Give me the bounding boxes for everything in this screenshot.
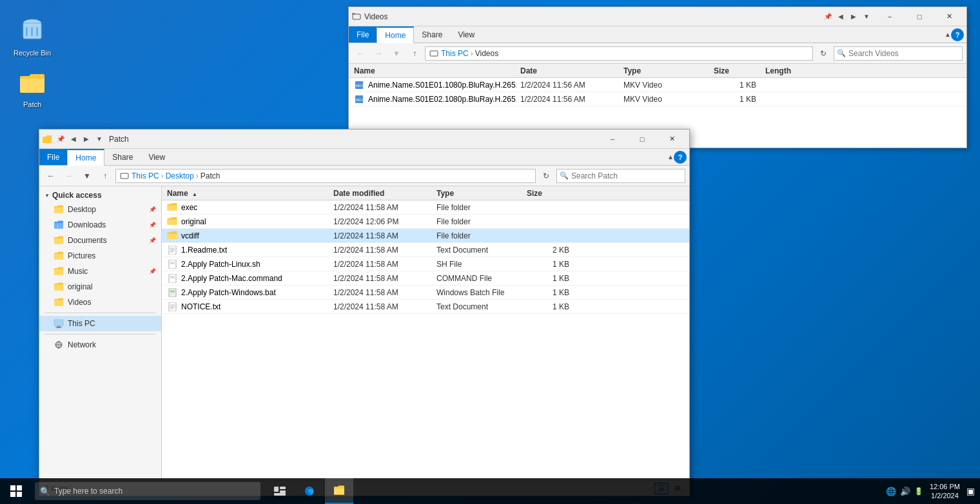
videos-back-tb[interactable]: ◀ [835,11,847,23]
sidebar-thispc-label: This PC [68,319,95,328]
taskbar-volume-icon[interactable]: 🔊 [900,487,910,496]
table-row[interactable]: 1.Readme.txt 1/2/2024 11:58 AM Text Docu… [162,243,689,257]
patch-col-name[interactable]: Name ▲ [162,189,329,198]
patch-breadcrumb[interactable]: This PC › Desktop › Patch [115,169,536,183]
taskbar-notification-icon[interactable]: ▣ [966,486,975,496]
start-button[interactable] [0,478,32,504]
patch-back-tb-small[interactable]: ◀ [68,133,79,145]
sidebar-item-thispc[interactable]: This PC [39,316,161,331]
file-type-cell: SH File [433,260,523,269]
svg-rect-56 [280,490,286,493]
patch-down-tb-small[interactable]: ▼ [93,133,105,145]
table-row[interactable]: NOTICE.txt 1/2/2024 11:58 AM Text Docume… [162,300,689,314]
videos-tab-file[interactable]: File [349,26,377,43]
sidebar-item-network[interactable]: Network [39,337,161,353]
desktop-icon-patch[interactable]: Patch [6,64,58,111]
patch-tab-home[interactable]: Home [67,149,104,166]
patch-tab-view[interactable]: View [141,149,173,165]
videos-minimize-button[interactable]: − [875,7,905,26]
videos-up-button[interactable]: ↑ [407,46,422,61]
sidebar-item-documents[interactable]: Documents 📌 [39,233,161,248]
patch-col-date[interactable]: Date modified [329,189,433,198]
taskbar-task-view-button[interactable] [266,478,294,504]
task-view-icon [274,487,286,496]
thispc-icon [54,318,64,329]
videos-forward-tb[interactable]: ▶ [848,11,859,23]
table-row[interactable]: 2.Apply Patch-Linux.sh 1/2/2024 11:58 AM… [162,257,689,271]
videos-recent-button[interactable]: ▼ [389,46,404,61]
table-row[interactable]: 2.Apply Patch-Mac.command 1/2/2024 11:58… [162,271,689,286]
sidebar-item-videos[interactable]: Videos [39,295,161,310]
sidebar-item-music[interactable]: Music 📌 [39,264,161,279]
videos-col-name[interactable]: Name [349,66,516,75]
taskbar-edge-button[interactable] [295,478,324,504]
taskbar-network-icon[interactable]: 🌐 [886,487,896,496]
videos-col-date[interactable]: Date [516,66,620,75]
patch-up-button[interactable]: ↑ [97,168,113,184]
patch-search-bar[interactable]: 🔍 [556,169,685,183]
videos-ribbon-tabs: File Home Share View ▲ ? [349,26,966,43]
patch-search-input[interactable] [571,171,682,180]
videos-maximize-button[interactable]: □ [905,7,934,26]
patch-pin-btn[interactable]: 📌 [55,133,66,145]
videos-forward-button[interactable]: → [371,46,386,61]
file-date-cell: 1/2/2024 11:58 AM [329,274,433,283]
patch-forward-button[interactable]: → [61,168,77,184]
videos-back-button[interactable]: ← [353,46,368,61]
videos-tab-view[interactable]: View [450,26,482,43]
sidebar-divider-2 [44,334,156,334]
patch-help-button[interactable]: ? [674,151,687,164]
videos-col-size[interactable]: Size [710,66,761,75]
patch-forward-tb-small[interactable]: ▶ [81,133,92,145]
videos-pin-btn[interactable]: 📌 [822,11,834,23]
patch-tab-file[interactable]: File [39,149,67,165]
sidebar-item-desktop[interactable]: Desktop 📌 [39,202,161,217]
videos-down-tb[interactable]: ▼ [861,11,872,23]
patch-maximize-button[interactable]: □ [627,130,657,149]
table-row[interactable]: 2.Apply Patch-Windows.bat 1/2/2024 11:58… [162,286,689,300]
sidebar-item-original[interactable]: original [39,279,161,295]
music-folder-icon [54,266,64,276]
videos-search-bar[interactable]: 🔍 [834,46,963,61]
file-type-cell: Text Document [433,302,523,311]
patch-back-button[interactable]: ← [43,168,59,184]
videos-ribbon-toggle[interactable]: ▲ [945,31,951,38]
videos-tab-share[interactable]: Share [414,26,450,43]
desktop-pin-icon: 📌 [149,206,156,213]
taskbar-search-box[interactable]: 🔍 Type here to search [35,482,260,500]
sidebar-item-pictures[interactable]: Pictures [39,248,161,264]
videos-search-input[interactable] [848,49,959,58]
table-row[interactable]: original 1/2/2024 12:06 PM File folder [162,215,689,229]
patch-close-button[interactable]: ✕ [657,130,687,149]
sidebar-item-downloads[interactable]: ↓ Downloads 📌 [39,217,161,233]
file-type-cell: File folder [433,217,523,226]
patch-search-icon: 🔍 [560,171,569,180]
patch-col-size[interactable]: Size [523,189,574,198]
patch-breadcrumb-desktop[interactable]: Desktop [166,171,194,180]
patch-breadcrumb-thispc[interactable]: This PC [132,171,159,180]
videos-close-button[interactable]: ✕ [934,7,964,26]
table-row[interactable]: exec 1/2/2024 11:58 AM File folder [162,200,689,215]
videos-breadcrumb[interactable]: This PC › Videos [425,46,813,61]
desktop-icon-recycle-bin[interactable]: Recycle Bin [6,13,58,59]
videos-breadcrumb-thispc[interactable]: This PC [441,49,469,58]
patch-ribbon-toggle[interactable]: ▲ [667,153,674,160]
patch-col-type[interactable]: Type [433,189,523,198]
table-row[interactable]: MKV Anime.Name.S01E01.1080p.BluRay.H.265… [349,78,966,92]
patch-tab-share[interactable]: Share [104,149,141,165]
patch-recent-button[interactable]: ▼ [79,168,95,184]
patch-title-bar: 📌 ◀ ▶ ▼ Patch − □ ✕ [39,130,689,149]
patch-minimize-button[interactable]: − [598,130,627,149]
videos-help-button[interactable]: ? [951,28,964,41]
table-row[interactable]: MKV Anime.Name.S01E02.1080p.BluRay.H.265… [349,92,966,106]
table-row[interactable]: vcdiff 1/2/2024 11:58 AM File folder [162,229,689,243]
videos-refresh-button[interactable]: ↻ [816,46,831,61]
taskbar-clock[interactable]: 12:06 PM 1/2/2024 [930,482,960,501]
sidebar-original-label: original [68,282,93,291]
sidebar-quick-access-header[interactable]: ▼ Quick access [39,189,161,202]
patch-refresh-button[interactable]: ↻ [538,168,554,184]
taskbar-battery-icon[interactable]: 🔋 [914,487,923,496]
videos-tab-home[interactable]: Home [377,26,414,43]
videos-col-type[interactable]: Type [620,66,710,75]
taskbar-explorer-button[interactable] [325,478,353,504]
